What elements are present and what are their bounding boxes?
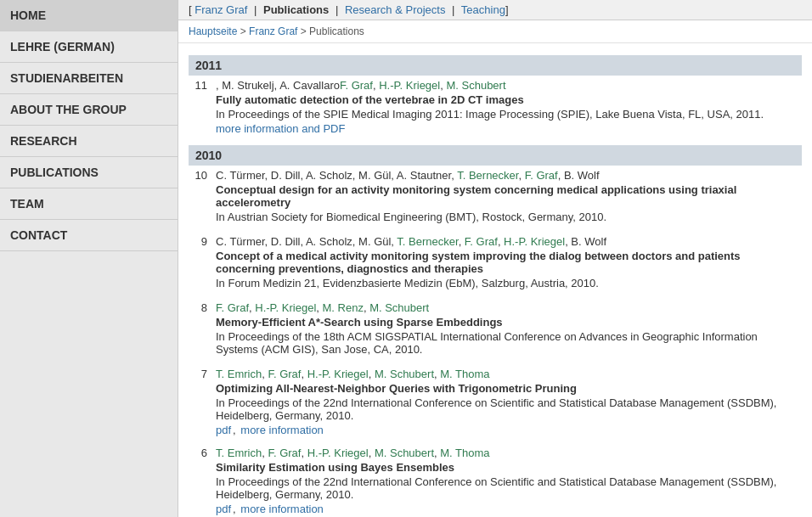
pub-link[interactable]: more information and PDF (216, 122, 345, 135)
author-link[interactable]: H.-P. Kriegel (307, 368, 369, 380)
pub-body: C. Türmer, D. Dill, A. Scholz, M. Gül, T… (216, 235, 802, 291)
publication-entry: 11, M. Strukelj, A. CavallaroF. Graf, H.… (189, 79, 802, 135)
publication-entry: 9C. Türmer, D. Dill, A. Scholz, M. Gül, … (189, 235, 802, 291)
pub-title: Optimizing All-Nearest-Neighbor Queries … (216, 382, 802, 395)
publication-entry: 8F. Graf, H.-P. Kriegel, M. Renz, M. Sch… (189, 301, 802, 357)
pub-body: T. Emrich, F. Graf, H.-P. Kriegel, M. Sc… (216, 368, 802, 436)
pub-venue: In Proceedings of the 22nd International… (216, 475, 802, 501)
pub-number: 10 (189, 169, 216, 182)
publications-content: 201111, M. Strukelj, A. CavallaroF. Graf… (178, 43, 812, 517)
main-content: [ Franz Graf | Publications | Research &… (178, 0, 812, 517)
pub-venue: In Proceedings of the SPIE Medical Imagi… (216, 108, 802, 121)
pub-title: Fully automatic detection of the vertebr… (216, 93, 802, 106)
pub-links: more information and PDF (216, 122, 802, 135)
pub-link[interactable]: pdf (216, 424, 231, 436)
pub-venue: In Proceedings of the 18th ACM SIGSPATIA… (216, 330, 802, 356)
breadcrumb-hauptseite[interactable]: Hauptseite (189, 25, 237, 37)
top-navigation: [ Franz Graf | Publications | Research &… (178, 0, 812, 20)
author-link[interactable]: F. Graf (268, 447, 301, 459)
pub-title: Memory-Efficient A*-Search using Sparse … (216, 316, 802, 329)
pub-links: pdf, more information (216, 424, 802, 436)
sidebar: HOME LEHRE (GERMAN) STUDIENARBEITEN ABOU… (0, 0, 178, 517)
sidebar-item-home[interactable]: HOME (0, 0, 178, 31)
pub-body: F. Graf, H.-P. Kriegel, M. Renz, M. Schu… (216, 301, 802, 357)
author-link[interactable]: H.-P. Kriegel (504, 235, 565, 248)
nav-teaching[interactable]: Teaching (461, 3, 505, 16)
author-link[interactable]: M. Schubert (375, 447, 434, 459)
author-link[interactable]: M. Schubert (446, 79, 505, 92)
pub-number: 11 (189, 79, 216, 92)
author-link[interactable]: F. Graf (268, 368, 301, 380)
author-link[interactable]: T. Bernecker (457, 169, 518, 182)
author-link[interactable]: M. Renz (323, 301, 364, 314)
year-header-2011: 2011 (189, 55, 802, 76)
sidebar-item-contact[interactable]: CONTACT (0, 220, 178, 251)
breadcrumb-publications: Publications (309, 25, 364, 37)
pub-venue: In Proceedings of the 22nd International… (216, 396, 802, 422)
pub-number: 9 (189, 235, 216, 248)
author-link[interactable]: T. Emrich (216, 447, 262, 459)
author-link[interactable]: H.-P. Kriegel (379, 79, 440, 92)
pub-venue: In Austrian Society for Biomedical Engin… (216, 211, 802, 223)
pub-body: T. Emrich, F. Graf, H.-P. Kriegel, M. Sc… (216, 447, 802, 515)
nav-franz-graf[interactable]: Franz Graf (195, 3, 247, 16)
pub-title: Similarity Estimation using Bayes Ensemb… (216, 461, 802, 474)
pub-number: 6 (189, 447, 216, 459)
breadcrumb: Hauptseite > Franz Graf > Publications (178, 20, 812, 43)
author-link[interactable]: M. Thoma (440, 447, 489, 459)
author-link[interactable]: F. Graf (465, 235, 498, 248)
pub-authors: T. Emrich, F. Graf, H.-P. Kriegel, M. Sc… (216, 368, 802, 380)
author-link[interactable]: F. Graf (525, 169, 558, 182)
author-link[interactable]: F. Graf (340, 79, 373, 92)
pub-authors: , M. Strukelj, A. CavallaroF. Graf, H.-P… (216, 79, 802, 92)
pub-authors: F. Graf, H.-P. Kriegel, M. Renz, M. Schu… (216, 301, 802, 314)
sidebar-item-publications[interactable]: PUBLICATIONS (0, 157, 178, 188)
pub-body: C. Türmer, D. Dill, A. Scholz, M. Gül, A… (216, 169, 802, 225)
sidebar-item-lehre[interactable]: LEHRE (GERMAN) (0, 31, 178, 63)
sidebar-item-about[interactable]: ABOUT THE GROUP (0, 94, 178, 126)
pub-venue: In Forum Medizin 21, Evidenzbasierte Med… (216, 277, 802, 289)
pub-link[interactable]: more information (240, 424, 324, 436)
pub-authors: T. Emrich, F. Graf, H.-P. Kriegel, M. Sc… (216, 447, 802, 459)
nav-publications-current: Publications (263, 3, 329, 16)
author-link[interactable]: M. Schubert (369, 301, 429, 314)
sidebar-item-research[interactable]: RESEARCH (0, 126, 178, 157)
pub-authors: C. Türmer, D. Dill, A. Scholz, M. Gül, T… (216, 235, 802, 248)
publication-entry: 7T. Emrich, F. Graf, H.-P. Kriegel, M. S… (189, 368, 802, 436)
author-link[interactable]: M. Schubert (375, 368, 434, 380)
sidebar-item-team[interactable]: TEAM (0, 188, 178, 220)
publication-entry: 6T. Emrich, F. Graf, H.-P. Kriegel, M. S… (189, 447, 802, 515)
author-link[interactable]: T. Bernecker (397, 235, 458, 248)
author-link[interactable]: H.-P. Kriegel (255, 301, 316, 314)
pub-title: Conceptual design for an activity monito… (216, 183, 802, 209)
pub-number: 7 (189, 368, 216, 380)
pub-number: 8 (189, 301, 216, 314)
nav-research-projects[interactable]: Research & Projects (345, 3, 446, 16)
publication-entry: 10C. Türmer, D. Dill, A. Scholz, M. Gül,… (189, 169, 802, 225)
author-link[interactable]: F. Graf (216, 301, 249, 314)
author-link[interactable]: M. Thoma (440, 368, 489, 380)
pub-title: Concept of a medical activity monitoring… (216, 250, 802, 275)
pub-link[interactable]: pdf (216, 503, 231, 515)
breadcrumb-franz-graf[interactable]: Franz Graf (249, 25, 297, 37)
year-header-2010: 2010 (189, 145, 802, 166)
sidebar-item-studienarbeiten[interactable]: STUDIENARBEITEN (0, 63, 178, 94)
pub-body: , M. Strukelj, A. CavallaroF. Graf, H.-P… (216, 79, 802, 135)
pub-link[interactable]: more information (240, 503, 324, 515)
pub-authors: C. Türmer, D. Dill, A. Scholz, M. Gül, A… (216, 169, 802, 182)
author-link[interactable]: T. Emrich (216, 368, 262, 380)
author-link[interactable]: H.-P. Kriegel (307, 447, 369, 459)
pub-links: pdf, more information (216, 503, 802, 515)
